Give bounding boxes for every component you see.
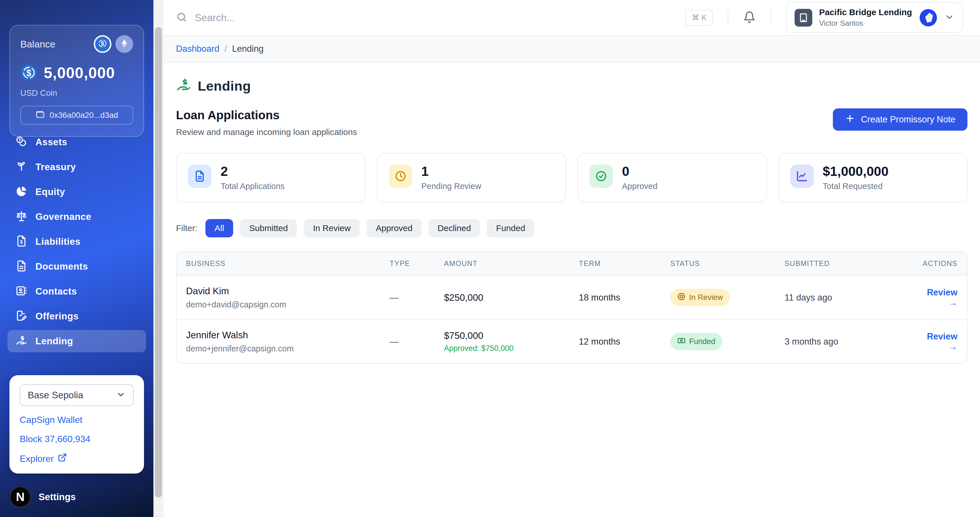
- filter-row: Filter: All Submitted In Review Approved…: [176, 219, 967, 237]
- clock-icon: [389, 164, 412, 188]
- sidebar-item-label: Assets: [35, 137, 67, 148]
- network-select[interactable]: Base Sepolia: [20, 384, 134, 406]
- filter-in-review[interactable]: In Review: [304, 219, 360, 237]
- filter-approved[interactable]: Approved: [367, 219, 422, 237]
- sidebar-item-contacts[interactable]: Contacts: [8, 280, 146, 303]
- pie-chart-icon: [16, 185, 27, 198]
- file-text-icon: [188, 164, 212, 188]
- stat-label: Pending Review: [422, 182, 481, 191]
- stat-card-pending-review: 1 Pending Review: [377, 153, 566, 203]
- table-header: BUSINESS TYPE AMOUNT TERM STATUS SUBMITT…: [177, 252, 967, 276]
- file-dollar-icon: $: [16, 235, 27, 248]
- status-badge-funded: Funded: [670, 333, 722, 350]
- org-selector[interactable]: Pacific Bridge Lending Victor Santos: [786, 2, 963, 33]
- column-status: STATUS: [670, 259, 784, 268]
- usdc-coin-icon: $: [20, 64, 37, 81]
- stat-card-approved: 0 Approved: [578, 153, 767, 203]
- column-amount: AMOUNT: [444, 259, 579, 268]
- stat-label: Approved: [622, 182, 657, 191]
- chevron-down-icon: [945, 12, 954, 23]
- main-area: ⌘ K Pacific Bridge Lending Victor Santos: [164, 0, 980, 517]
- wallet-address-chip[interactable]: 0x36a00a20...d3ad: [20, 106, 133, 124]
- sidebar-item-label: Offerings: [35, 311, 79, 322]
- review-link[interactable]: Review →: [927, 332, 958, 352]
- sidebar-item-label: Governance: [35, 211, 91, 222]
- divider: [728, 9, 728, 26]
- term-cell: 12 months: [579, 337, 670, 347]
- sidebar-item-documents[interactable]: Documents: [8, 255, 146, 278]
- stat-card-total-applications: 2 Total Applications: [176, 153, 366, 203]
- wallet-icon: [35, 110, 45, 121]
- sidebar-item-equity[interactable]: Equity: [8, 181, 146, 203]
- sprout-icon: [16, 160, 27, 174]
- type-cell: —: [390, 292, 444, 303]
- sidebar-item-assets[interactable]: Assets: [8, 131, 146, 153]
- sidebar-item-label: Documents: [35, 261, 88, 272]
- sidebar-item-lending[interactable]: Lending: [8, 330, 146, 352]
- breadcrumb-separator: /: [224, 44, 227, 54]
- eth-toggle[interactable]: [115, 35, 133, 53]
- contact-card-icon: [16, 285, 27, 298]
- nextjs-avatar: N: [10, 486, 31, 508]
- hand-coins-green-icon: [176, 78, 191, 94]
- notifications-button[interactable]: [743, 11, 756, 25]
- search-icon: [176, 11, 188, 24]
- coins-icon: [16, 136, 27, 149]
- create-promissory-note-button[interactable]: Create Promissory Note: [833, 109, 967, 131]
- stat-value: $1,000,000: [823, 164, 889, 178]
- breadcrumb-dashboard-link[interactable]: Dashboard: [176, 44, 220, 54]
- section-subtitle: Review and manage incoming loan applicat…: [176, 127, 357, 137]
- capsign-wallet-label: CapSign Wallet: [20, 415, 82, 425]
- banknote-icon: [677, 336, 686, 347]
- business-name: David Kim: [186, 286, 390, 297]
- capsign-wallet-link[interactable]: CapSign Wallet: [20, 415, 134, 425]
- sidebar-item-label: Liabilities: [35, 236, 81, 247]
- explorer-link[interactable]: Explorer: [20, 453, 134, 464]
- status-label: Funded: [689, 337, 716, 346]
- scrollbar-thumb[interactable]: [155, 27, 162, 498]
- business-email: demo+david@capsign.com: [186, 300, 390, 310]
- stat-label: Total Requested: [823, 182, 889, 191]
- settings-button[interactable]: N Settings: [10, 486, 76, 508]
- filter-declined[interactable]: Declined: [429, 219, 480, 237]
- svg-text:$: $: [26, 68, 31, 78]
- sidebar-item-liabilities[interactable]: $ Liabilities: [8, 230, 146, 253]
- submitted-cell: 3 months ago: [784, 337, 922, 347]
- filter-all[interactable]: All: [205, 219, 233, 237]
- sidebar-item-governance[interactable]: Governance: [8, 206, 146, 228]
- file-text-icon: [16, 260, 27, 273]
- sidebar-item-offerings[interactable]: Offerings: [8, 305, 146, 327]
- divider: [771, 9, 771, 26]
- eye-icon: [677, 292, 686, 303]
- block-link[interactable]: Block 37,660,934: [20, 434, 134, 444]
- svg-text:$: $: [101, 40, 104, 46]
- table-row: Jennifer Walsh demo+jennifer@capsign.com…: [177, 319, 967, 363]
- sidebar-item-label: Lending: [35, 336, 73, 346]
- sidebar-item-label: Treasury: [35, 161, 76, 172]
- sidebar-item-treasury[interactable]: Treasury: [8, 156, 146, 178]
- org-name: Pacific Bridge Lending: [819, 8, 912, 17]
- explorer-label: Explorer: [20, 453, 54, 464]
- wallet-address: 0x36a00a20...d3ad: [50, 111, 118, 120]
- balance-label: Balance: [20, 38, 56, 50]
- network-card: Base Sepolia CapSign Wallet Block 37,660…: [10, 375, 144, 474]
- file-pen-icon: [16, 310, 27, 323]
- column-term: TERM: [579, 259, 670, 268]
- svg-text:$: $: [20, 239, 23, 244]
- network-selected: Base Sepolia: [28, 390, 83, 401]
- column-submitted: SUBMITTED: [784, 259, 922, 268]
- bell-icon: [743, 11, 756, 25]
- user-avatar: [919, 8, 938, 27]
- block-label: Block 37,660,934: [20, 434, 90, 444]
- term-cell: 18 months: [579, 292, 670, 303]
- stats-row: 2 Total Applications 1 Pending Review: [176, 153, 967, 203]
- building-icon: [795, 9, 812, 27]
- filter-submitted[interactable]: Submitted: [240, 219, 297, 237]
- review-link[interactable]: Review →: [927, 287, 958, 308]
- usdc-toggle[interactable]: $: [94, 35, 111, 53]
- status-label: In Review: [689, 293, 723, 302]
- settings-label: Settings: [38, 491, 76, 503]
- search-input[interactable]: [195, 12, 452, 24]
- keyboard-shortcut-chip: ⌘ K: [685, 10, 713, 26]
- filter-funded[interactable]: Funded: [487, 219, 534, 237]
